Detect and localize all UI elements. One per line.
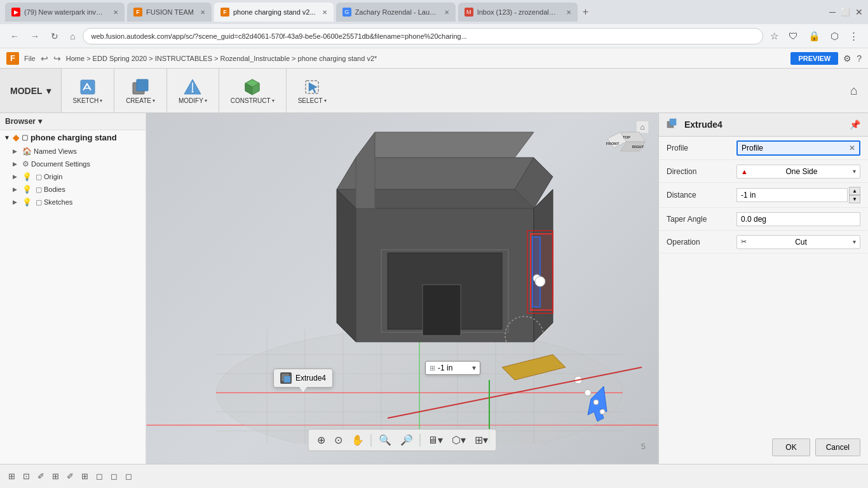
- tree-named-views[interactable]: ▶ 🏠 Named Views: [0, 145, 146, 158]
- construct-button[interactable]: CONSTRUCT ▾: [224, 73, 281, 108]
- profile-select-clear[interactable]: ✕: [849, 144, 855, 152]
- zoom-extents-button[interactable]: 🔍: [376, 432, 395, 448]
- forward-button[interactable]: →: [27, 29, 43, 44]
- status-icon-3[interactable]: ✐: [36, 470, 46, 483]
- root-color-indicator: ◆: [13, 133, 19, 142]
- undo-button[interactable]: ↩: [41, 53, 48, 64]
- document-settings-label: Document Settings: [31, 160, 142, 168]
- operation-select[interactable]: ✂ Cut ▾: [736, 235, 860, 249]
- tab-zachary[interactable]: G Zachary Rozendal - Laun... ✕: [336, 3, 456, 22]
- distance-decrement-button[interactable]: ▼: [849, 195, 860, 203]
- zoom-out-button[interactable]: 🔎: [397, 432, 416, 448]
- grid-button[interactable]: ⊞▾: [471, 432, 491, 448]
- distance-increment-button[interactable]: ▲: [849, 187, 860, 195]
- tree-bodies[interactable]: ▶ 💡 ▢ Bodies: [0, 183, 146, 196]
- viewport[interactable]: ⌂ TOP FRONT RIGHT ⊞ ▾: [146, 113, 658, 464]
- status-icon-1[interactable]: ⊞: [6, 470, 17, 483]
- profile-select[interactable]: Profile ✕: [736, 140, 860, 156]
- distance-input-box[interactable]: ⊞ ▾: [425, 361, 480, 375]
- origin-folder-icon: ▢: [36, 173, 42, 181]
- direction-select[interactable]: ▲ One Side ▾: [736, 165, 860, 179]
- status-icon-6[interactable]: ⊞: [79, 470, 90, 483]
- create-button[interactable]: CREATE ▾: [119, 73, 161, 108]
- help-button[interactable]: ?: [857, 53, 862, 64]
- home-icon-area: ⌂: [840, 83, 868, 98]
- select-label: SELECT ▾: [298, 97, 327, 104]
- tab-fusion-team[interactable]: F FUSION TEAM ✕: [127, 3, 212, 22]
- pan-button[interactable]: ⊕: [314, 432, 329, 448]
- ok-button[interactable]: OK: [772, 438, 810, 456]
- distance-value-field[interactable]: -1 in: [736, 188, 848, 202]
- select-button[interactable]: SELECT ▾: [292, 73, 333, 108]
- extension2-button[interactable]: 🔒: [805, 29, 824, 44]
- settings-button[interactable]: ⚙: [843, 53, 851, 64]
- restore-button[interactable]: ⬜: [841, 8, 850, 17]
- browser-collapse-arrow[interactable]: ▾: [38, 117, 42, 126]
- modify-button[interactable]: MODIFY ▾: [172, 73, 214, 108]
- cube-navigator[interactable]: ⌂ TOP FRONT RIGHT: [601, 119, 652, 170]
- file-menu[interactable]: File: [24, 55, 36, 62]
- svg-point-42: [593, 400, 599, 405]
- create-icon: [130, 77, 151, 97]
- select-group: SELECT ▾: [287, 69, 338, 112]
- preview-button[interactable]: PREVIEW: [790, 52, 838, 65]
- distance-dropdown-arrow[interactable]: ▾: [472, 363, 476, 372]
- status-icon-5[interactable]: ✐: [65, 470, 76, 483]
- tab-close-youtube[interactable]: ✕: [113, 9, 118, 16]
- orbit-button[interactable]: ⊙: [331, 432, 346, 448]
- status-icon-4[interactable]: ⊞: [50, 470, 61, 483]
- redo-button[interactable]: ↪: [53, 53, 61, 64]
- tree-sketches[interactable]: ▶ 💡 ▢ Sketches: [0, 196, 146, 208]
- select-icon: [302, 77, 322, 97]
- tab-phone-stand[interactable]: F phone charging stand v2... ✕: [214, 3, 334, 22]
- root-folder-icon: ▢: [22, 133, 28, 142]
- tab-favicon-phone-stand: F: [220, 8, 229, 17]
- tree-root-item[interactable]: ▼ ◆ ▢ phone charging stand: [0, 130, 146, 145]
- tab-favicon-fusion-team: F: [133, 8, 142, 17]
- cancel-button[interactable]: Cancel: [815, 438, 860, 456]
- tab-close-zachary[interactable]: ✕: [444, 9, 449, 16]
- extension1-button[interactable]: 🛡: [785, 29, 801, 43]
- tab-close-phone-stand[interactable]: ✕: [322, 9, 327, 16]
- tree-origin[interactable]: ▶ 💡 ▢ Origin: [0, 170, 146, 183]
- status-icon-7[interactable]: ◻: [94, 470, 105, 483]
- sketch-button[interactable]: SKETCH ▾: [67, 73, 109, 108]
- svg-text:RIGHT: RIGHT: [632, 145, 644, 149]
- tab-favicon-zachary: G: [342, 8, 351, 17]
- menu-button[interactable]: ⋮: [846, 29, 862, 44]
- address-bar[interactable]: [83, 28, 763, 44]
- status-icon-9[interactable]: ◻: [123, 470, 134, 483]
- home-icon-button[interactable]: ⌂: [850, 83, 858, 98]
- tab-gmail[interactable]: M Inbox (123) - zrozendal@... ✕: [458, 3, 578, 22]
- viewport-canvas: ⌂ TOP FRONT RIGHT ⊞ ▾: [146, 113, 658, 464]
- reload-button[interactable]: ↻: [47, 29, 62, 44]
- svg-point-43: [600, 409, 605, 414]
- model-dropdown[interactable]: MODEL ▾: [0, 69, 62, 112]
- extension3-button[interactable]: ⬡: [827, 29, 842, 44]
- visual-style-button[interactable]: ⬡▾: [449, 432, 469, 448]
- panel-footer: OK Cancel: [659, 431, 868, 464]
- tab-close-fusion-team[interactable]: ✕: [200, 9, 205, 16]
- panel-pin-button[interactable]: 📌: [850, 119, 860, 130]
- back-button[interactable]: ←: [6, 29, 23, 44]
- sketches-arrow: ▶: [13, 199, 20, 205]
- taper-angle-value[interactable]: 0.0 deg: [736, 212, 860, 226]
- new-tab-button[interactable]: +: [580, 4, 591, 20]
- extrude-panel-icon: [667, 118, 679, 131]
- bookmark-button[interactable]: ☆: [767, 29, 782, 44]
- display-mode-button[interactable]: 🖥▾: [424, 432, 446, 448]
- tab-favicon-youtube: ▶: [11, 8, 20, 17]
- tab-youtube[interactable]: ▶ (79) New waterpark inver... ✕: [5, 3, 125, 22]
- distance-input-field[interactable]: [438, 363, 470, 372]
- home-button[interactable]: ⌂: [66, 29, 79, 44]
- tree-document-settings[interactable]: ▶ ⚙ Document Settings: [0, 158, 146, 170]
- status-icon-2[interactable]: ⊡: [21, 470, 32, 483]
- minimize-button[interactable]: ─: [829, 7, 836, 17]
- close-window-button[interactable]: ✕: [855, 7, 863, 17]
- model-label: MODEL: [10, 86, 43, 96]
- tab-close-gmail[interactable]: ✕: [566, 9, 571, 16]
- look-button[interactable]: ✋: [348, 432, 367, 448]
- status-icon-8[interactable]: ◻: [109, 470, 119, 483]
- root-item-label: phone charging stand: [31, 133, 117, 142]
- svg-point-6: [192, 91, 194, 93]
